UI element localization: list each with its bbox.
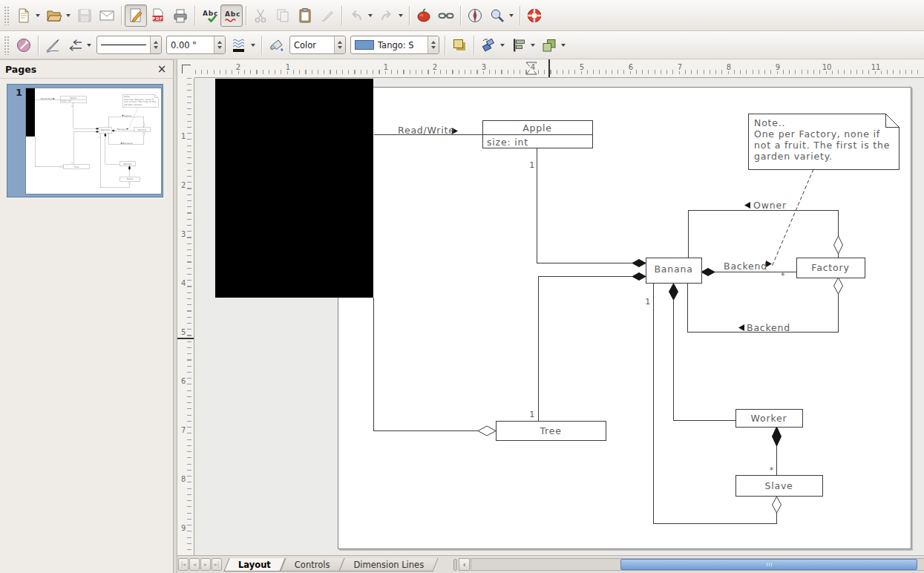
styles-formatting-button[interactable]	[13, 34, 35, 56]
print-button[interactable]	[169, 4, 191, 27]
line-color-button[interactable]	[228, 34, 250, 56]
drawing-canvas[interactable]	[194, 78, 924, 555]
export-pdf-button[interactable]: PDF	[147, 4, 169, 27]
pages-panel-title: Pages	[5, 64, 156, 75]
toolbar-separator	[474, 36, 474, 55]
mouse-position-indicator-v	[177, 338, 194, 339]
toolbar-grip[interactable]	[4, 6, 10, 25]
toolbar-separator	[520, 6, 520, 25]
paste-button[interactable]	[294, 4, 316, 27]
spellcheck-button[interactable]: Abc	[198, 4, 220, 27]
fill-color-value[interactable]: Tango: S	[374, 40, 427, 50]
tab-controls[interactable]: Controls	[283, 558, 342, 572]
previous-page-button[interactable]: ◂	[189, 558, 200, 571]
line-color-dropdown-arrow[interactable]	[251, 44, 255, 47]
arrange-button[interactable]	[538, 34, 560, 56]
tab-layout[interactable]: Layout	[226, 558, 283, 572]
new-document-button[interactable]	[13, 4, 35, 27]
tab-dimension-lines[interactable]: Dimension Lines	[341, 558, 436, 572]
redo-dropdown-arrow[interactable]	[399, 14, 403, 17]
line-style-select[interactable]	[96, 36, 162, 54]
toolbar-separator	[194, 6, 195, 25]
first-page-button[interactable]: |◂	[178, 558, 189, 571]
zoom-dropdown-arrow[interactable]	[509, 14, 514, 17]
alignment-dropdown-arrow[interactable]	[531, 44, 535, 47]
arrow-style-button[interactable]	[64, 34, 86, 56]
horizontal-scrollbar[interactable]	[471, 558, 924, 571]
auto-spellcheck-button[interactable]: Abc	[220, 4, 243, 27]
line-and-filling-toolbar: 0.00 " Color Tango: S	[0, 31, 924, 59]
toolbar-separator	[460, 6, 461, 25]
save-button[interactable]	[73, 4, 96, 27]
open-button[interactable]	[43, 4, 65, 27]
line-style-preview	[97, 36, 150, 53]
ruler-number: 1	[285, 63, 291, 71]
pages-panel-header: Pages ×	[0, 60, 173, 79]
line-width-spinner[interactable]	[214, 36, 225, 53]
ruler-number: 2	[235, 63, 241, 71]
standard-toolbar: PDF Abc Abc	[0, 0, 924, 31]
ruler-number: 2	[432, 63, 438, 71]
help-button[interactable]	[523, 4, 545, 27]
line-style-spinner[interactable]	[150, 36, 161, 53]
fill-color-spinner[interactable]	[427, 36, 439, 53]
fill-color-select[interactable]: Tango: S	[350, 36, 439, 54]
next-page-button[interactable]: ▸	[200, 558, 211, 571]
ruler-number: 10	[822, 63, 833, 71]
shadow-button[interactable]	[448, 34, 471, 56]
close-icon[interactable]: ×	[156, 65, 168, 74]
toolbar-separator	[261, 36, 262, 55]
open-dropdown-arrow[interactable]	[66, 14, 71, 17]
area-style-select[interactable]: Color	[289, 36, 346, 54]
ruler-number: 11	[871, 63, 882, 71]
layer-tabs: Layout Controls Dimension Lines	[226, 558, 436, 572]
ruler-number: 2	[180, 181, 186, 189]
toolbar-separator	[38, 36, 39, 55]
email-button[interactable]	[96, 4, 118, 27]
ruler-number: 3	[481, 63, 487, 71]
ruler-number: 7	[677, 63, 683, 71]
line-width-input[interactable]: 0.00 "	[166, 36, 226, 54]
line-button[interactable]	[42, 34, 64, 56]
navigator-button[interactable]	[464, 4, 486, 27]
transformations-button[interactable]	[477, 34, 499, 56]
transformations-dropdown-arrow[interactable]	[500, 44, 505, 47]
arrange-dropdown-arrow[interactable]	[561, 44, 566, 47]
scroll-left-button[interactable]: ‹	[459, 558, 470, 571]
area-style-spinner[interactable]	[334, 36, 345, 53]
new-dropdown-arrow[interactable]	[36, 14, 40, 17]
undo-button[interactable]	[345, 4, 367, 27]
area-button[interactable]	[265, 34, 287, 56]
edit-file-button[interactable]	[125, 4, 147, 27]
line-width-value[interactable]: 0.00 "	[167, 40, 214, 50]
toolbar-separator	[445, 36, 445, 55]
hyperlink-button[interactable]	[435, 4, 457, 27]
copy-button[interactable]	[272, 4, 294, 27]
ruler-number: 5	[180, 328, 186, 336]
tab-scrollbar-splitter[interactable]	[453, 559, 457, 571]
ruler-number: 8	[180, 475, 186, 483]
vertical-ruler: 123456789	[177, 78, 194, 555]
ruler-number: 7	[180, 426, 186, 434]
cut-button[interactable]	[249, 4, 272, 27]
gallery-button[interactable]	[413, 4, 435, 27]
horizontal-scrollbar-thumb[interactable]	[620, 559, 917, 570]
ruler-number: 9	[180, 524, 186, 532]
clone-formatting-button[interactable]	[316, 4, 338, 27]
ruler-number: 8	[726, 63, 732, 71]
ruler-number: 3	[180, 230, 186, 238]
zoom-button[interactable]	[486, 4, 508, 27]
alignment-button[interactable]	[508, 34, 530, 56]
ruler-number: 1	[383, 63, 389, 71]
page-thumbnail[interactable]: 1	[7, 84, 163, 197]
last-page-button[interactable]: ▸|	[212, 558, 222, 571]
page-thumbnail-preview	[25, 88, 162, 194]
vertical-ruler-ticks	[187, 78, 191, 555]
area-style-value[interactable]: Color	[290, 40, 334, 50]
toolbar-grip[interactable]	[4, 36, 10, 55]
ruler-number: 1	[180, 132, 186, 140]
redo-button[interactable]	[376, 4, 398, 27]
undo-dropdown-arrow[interactable]	[368, 14, 373, 17]
arrow-style-dropdown-arrow[interactable]	[87, 44, 91, 47]
toolbar-separator	[246, 6, 246, 25]
